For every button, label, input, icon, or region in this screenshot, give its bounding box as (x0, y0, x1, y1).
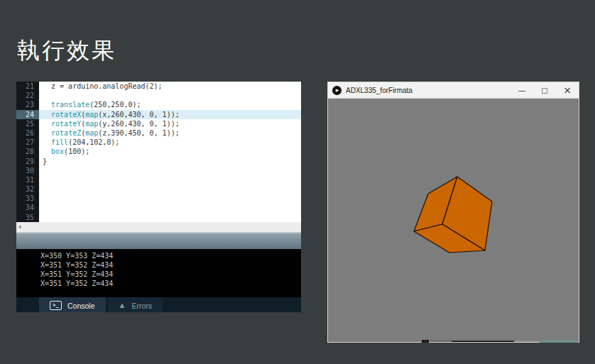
console-tabbar: >_Console▲Errors (16, 297, 301, 312)
window-title: ADXL335_forFirmata (346, 87, 511, 94)
console-prompt-icon: >_ (50, 301, 62, 310)
console-line: X=351 Y=352 Z=434 (40, 260, 301, 270)
warning-triangle-icon: ▲ (119, 302, 126, 309)
sketch-titlebar: ▶ ADXL335_forFirmata — □ × (328, 82, 579, 99)
cube-3d (328, 99, 579, 343)
code-line[interactable] (39, 175, 301, 184)
code-editor[interactable]: 212223242526272829303132333435 z = ardui… (16, 82, 301, 222)
code-line[interactable]: z = arduino.analogRead(2); (39, 82, 301, 91)
maximize-button[interactable]: □ (533, 83, 556, 98)
console-output: X=350 Y=353 Z=434X=351 Y=352 Z=434X=351 … (16, 249, 301, 297)
processing-ide-panel: 212223242526272829303132333435 z = ardui… (16, 82, 301, 312)
code-line[interactable]: rotateZ(map(z,390,450, 0, 1)); (39, 128, 301, 138)
code-line[interactable]: } (39, 157, 301, 166)
line-number: 24 (16, 110, 39, 119)
console-line: X=350 Y=353 Z=434 (40, 251, 301, 260)
render-artifact (452, 341, 514, 342)
render-artifact (515, 341, 539, 342)
code-line[interactable]: rotateY(map(y,260,430, 0, 1)); (39, 119, 301, 128)
tab-label: Console (67, 302, 95, 310)
code-line[interactable]: fill(204,102,0); (39, 138, 301, 147)
sketch-canvas (328, 99, 579, 343)
line-number: 22 (16, 91, 39, 100)
line-number: 35 (16, 213, 39, 222)
scroll-left-icon[interactable]: ‹ (16, 223, 22, 231)
code-line[interactable]: translate(250,250,0); (39, 100, 301, 109)
sketch-window: ▶ ADXL335_forFirmata — □ × (327, 82, 579, 343)
minimize-button[interactable]: — (511, 83, 533, 98)
slide: 執行效果 212223242526272829303132333435 z = … (0, 0, 595, 364)
tab-console[interactable]: >_Console (39, 297, 106, 312)
render-artifact (424, 341, 427, 342)
code-line[interactable] (39, 203, 301, 212)
line-number: 34 (16, 203, 39, 212)
line-number: 26 (16, 128, 39, 138)
message-strip (16, 233, 301, 249)
render-artifact (430, 340, 451, 342)
line-number: 32 (16, 184, 39, 194)
code-line[interactable]: rotateX(map(x,260,430, 0, 1)); (39, 110, 301, 119)
line-number: 29 (16, 157, 39, 166)
line-number: 21 (16, 82, 39, 91)
code-line[interactable] (39, 194, 301, 203)
tab-label: Errors (131, 302, 152, 310)
line-number: 27 (16, 138, 39, 147)
console-line: X=351 Y=352 Z=434 (40, 270, 301, 279)
code-line[interactable]: box(100); (39, 147, 301, 156)
editor-gutter: 212223242526272829303132333435 (16, 82, 39, 222)
line-number: 30 (16, 166, 39, 175)
code-line[interactable] (39, 166, 301, 175)
line-number: 25 (16, 119, 39, 128)
play-icon: ▶ (332, 86, 342, 95)
line-number: 33 (16, 194, 39, 203)
render-artifact (540, 340, 578, 343)
page-title: 執行效果 (17, 35, 116, 67)
close-button[interactable]: × (556, 83, 579, 98)
horizontal-scrollbar[interactable]: ‹ (16, 222, 301, 233)
console-line: X=351 Y=352 Z=434 (40, 279, 301, 288)
editor-code[interactable]: z = arduino.analogRead(2); translate(250… (39, 82, 301, 222)
code-line[interactable] (39, 91, 301, 100)
line-number: 28 (16, 147, 39, 156)
code-line[interactable] (39, 184, 301, 194)
code-line[interactable] (39, 213, 301, 222)
line-number: 31 (16, 175, 39, 184)
line-number: 23 (16, 100, 39, 109)
tab-errors[interactable]: ▲Errors (108, 297, 163, 312)
